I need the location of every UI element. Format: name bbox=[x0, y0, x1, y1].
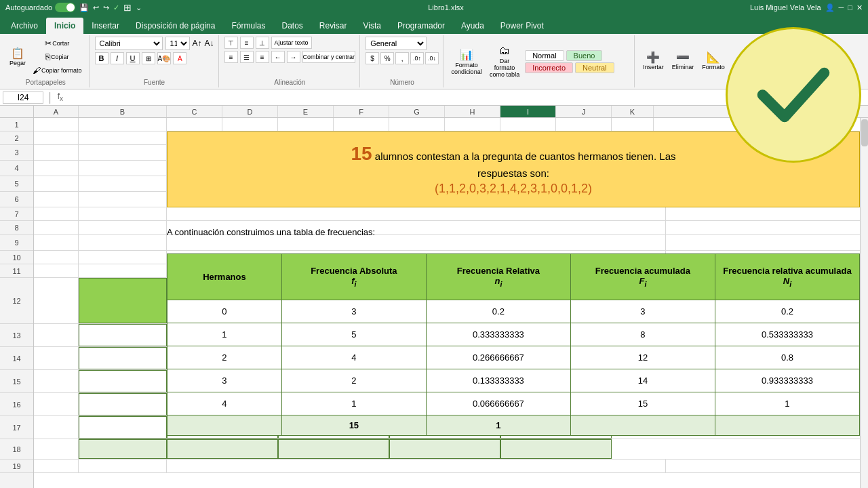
cell-reference-input[interactable] bbox=[3, 92, 43, 104]
cell-a2[interactable] bbox=[34, 131, 79, 144]
cell-c19[interactable] bbox=[167, 460, 666, 472]
cell-b11[interactable] bbox=[79, 264, 167, 277]
cell-a5[interactable] bbox=[34, 176, 79, 191]
tab-datos[interactable]: Datos bbox=[273, 18, 311, 34]
scrollbar-thumb[interactable] bbox=[861, 119, 868, 146]
row-header-18[interactable]: 18 bbox=[0, 439, 33, 460]
close-icon[interactable]: ✕ bbox=[856, 3, 863, 12]
col-header-h[interactable]: H bbox=[445, 106, 500, 117]
cell-f18[interactable] bbox=[500, 439, 612, 459]
cell-b3[interactable] bbox=[79, 145, 167, 160]
customize-icon[interactable]: ⌄ bbox=[136, 3, 142, 12]
insertar-button[interactable]: ➕ Insertar bbox=[640, 51, 667, 72]
autosave-toggle-switch[interactable] bbox=[55, 3, 75, 12]
col-header-c[interactable]: C bbox=[167, 106, 222, 117]
font-selector[interactable]: Calibri bbox=[95, 37, 163, 50]
cell-Fi-total[interactable] bbox=[570, 415, 715, 436]
cell-Ni-0[interactable]: 0.2 bbox=[715, 300, 859, 323]
cell-b15[interactable] bbox=[79, 370, 167, 392]
cell-a11[interactable] bbox=[34, 264, 79, 277]
cell-b13[interactable] bbox=[79, 324, 167, 346]
save-icon[interactable]: 💾 bbox=[79, 3, 89, 12]
fill-color-button[interactable]: A🎨 bbox=[157, 52, 172, 64]
minimize-icon[interactable]: ─ bbox=[839, 3, 844, 12]
cell-ni-4[interactable]: 0.066666667 bbox=[426, 392, 570, 415]
cell-e18[interactable] bbox=[389, 439, 500, 459]
cell-d1[interactable] bbox=[222, 118, 278, 131]
row-header-5[interactable]: 5 bbox=[0, 176, 33, 192]
cell-hermanos-3[interactable]: 3 bbox=[167, 369, 282, 392]
underline-button[interactable]: U bbox=[126, 52, 140, 64]
tab-disposicion[interactable]: Disposición de página bbox=[127, 18, 223, 34]
cell-Fi-2[interactable]: 12 bbox=[570, 346, 715, 369]
col-header-e[interactable]: E bbox=[278, 106, 334, 117]
row-header-14[interactable]: 14 bbox=[0, 347, 33, 370]
cell-g1[interactable] bbox=[389, 118, 445, 131]
cell-hermanos-0[interactable]: 0 bbox=[167, 300, 282, 323]
style-normal-cell[interactable]: Normal bbox=[525, 50, 564, 61]
cell-a12[interactable] bbox=[34, 278, 79, 323]
align-left-button[interactable]: ≡ bbox=[224, 51, 238, 63]
row-header-2[interactable]: 2 bbox=[0, 131, 33, 145]
decrease-decimal-button[interactable]: .0↓ bbox=[425, 52, 439, 64]
indent-more-button[interactable]: → bbox=[287, 51, 300, 63]
indent-less-button[interactable]: ← bbox=[271, 51, 285, 63]
cell-b9[interactable] bbox=[79, 235, 167, 250]
autosave-toggle[interactable]: Autoguardado bbox=[5, 3, 75, 12]
cell-fi-2[interactable]: 4 bbox=[281, 346, 426, 369]
cell-b4[interactable] bbox=[79, 161, 167, 176]
cell-Fi-0[interactable]: 3 bbox=[570, 300, 715, 323]
redo-icon[interactable]: ↪ bbox=[103, 3, 109, 12]
cell-Ni-total[interactable] bbox=[715, 415, 859, 436]
cell-a14[interactable] bbox=[34, 347, 79, 369]
tab-insertar[interactable]: Insertar bbox=[83, 18, 127, 34]
cell-b12[interactable] bbox=[79, 278, 167, 323]
cell-a9[interactable] bbox=[34, 235, 79, 250]
cell-a3[interactable] bbox=[34, 145, 79, 160]
col-header-j[interactable]: J bbox=[556, 106, 612, 117]
cell-e1[interactable] bbox=[278, 118, 334, 131]
cell-fi-total[interactable]: 15 bbox=[281, 415, 426, 436]
cell-j1[interactable] bbox=[556, 118, 612, 131]
cell-b17[interactable] bbox=[79, 416, 167, 439]
cell-a6[interactable] bbox=[34, 192, 79, 207]
formula-function-icon[interactable]: fx bbox=[58, 92, 63, 102]
cell-fi-0[interactable]: 3 bbox=[281, 300, 426, 323]
paste-button[interactable]: 📋 Pegar bbox=[7, 47, 28, 68]
cell-c18[interactable] bbox=[167, 439, 278, 459]
cell-b14[interactable] bbox=[79, 347, 167, 369]
undo-icon[interactable]: ↩ bbox=[93, 3, 99, 12]
col-header-i[interactable]: I bbox=[500, 106, 556, 117]
percent-button[interactable]: % bbox=[380, 52, 394, 64]
cell-Fi-3[interactable]: 14 bbox=[570, 369, 715, 392]
cell-a4[interactable] bbox=[34, 161, 79, 176]
align-middle-button[interactable]: ≡ bbox=[240, 37, 254, 49]
align-center-button[interactable]: ☰ bbox=[240, 51, 254, 63]
cell-ni-3[interactable]: 0.133333333 bbox=[426, 369, 570, 392]
cell-a17[interactable] bbox=[34, 416, 79, 439]
cell-a10[interactable] bbox=[34, 251, 79, 264]
comma-button[interactable]: , bbox=[395, 52, 409, 64]
col-header-g[interactable]: G bbox=[389, 106, 445, 117]
cell-a19[interactable] bbox=[34, 460, 79, 472]
cell-a13[interactable] bbox=[34, 324, 79, 346]
cell-a1[interactable] bbox=[34, 118, 79, 131]
col-header-a[interactable]: A bbox=[34, 106, 79, 117]
tab-formulas[interactable]: Fórmulas bbox=[223, 18, 273, 34]
copy-button[interactable]: ⎘ Copiar bbox=[30, 51, 85, 63]
row-header-16[interactable]: 16 bbox=[0, 393, 33, 416]
row-header-8[interactable]: 8 bbox=[0, 221, 33, 235]
style-neutral-cell[interactable]: Neutral bbox=[575, 62, 614, 73]
row-header-12[interactable]: 12 bbox=[0, 278, 33, 324]
tab-revisar[interactable]: Revisar bbox=[311, 18, 355, 34]
tab-programador[interactable]: Programador bbox=[389, 18, 453, 34]
row-header-6[interactable]: 6 bbox=[0, 192, 33, 207]
align-top-button[interactable]: ⊤ bbox=[224, 37, 238, 49]
style-bueno-cell[interactable]: Bueno bbox=[566, 50, 603, 61]
wrap-text-button[interactable]: Ajustar texto bbox=[271, 37, 312, 49]
cell-h1[interactable] bbox=[445, 118, 500, 131]
cell-ni-1[interactable]: 0.333333333 bbox=[426, 323, 570, 346]
size-selector[interactable]: 11 bbox=[165, 37, 190, 50]
align-right-button[interactable]: ≡ bbox=[256, 51, 269, 63]
col-header-d[interactable]: D bbox=[222, 106, 278, 117]
